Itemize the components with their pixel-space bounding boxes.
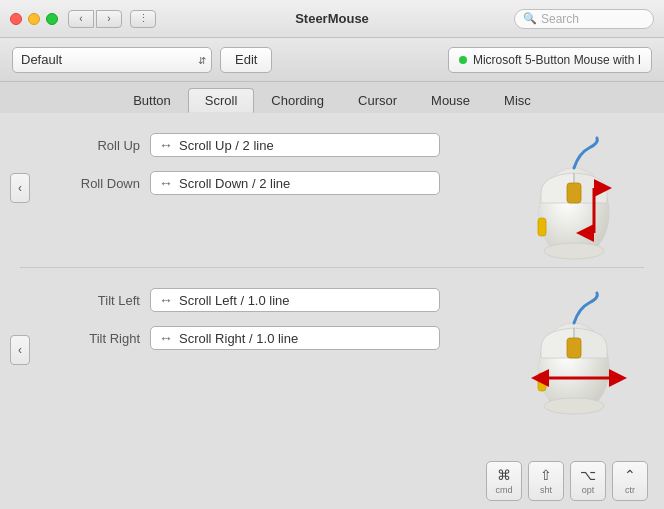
- roll-controls: Roll Up ↔ Scroll Up / 2 line Roll Down ↔…: [20, 133, 504, 263]
- tilt-right-field[interactable]: ↔ Scroll Right / 1.0 line: [150, 326, 440, 350]
- close-button[interactable]: [10, 13, 22, 25]
- cmd-label: cmd: [495, 485, 512, 495]
- search-bar[interactable]: 🔍: [514, 9, 654, 29]
- ctrl-label: ctr: [625, 485, 635, 495]
- tab-scroll[interactable]: Scroll: [188, 88, 255, 113]
- grid-button[interactable]: ⋮: [130, 10, 156, 28]
- tilt-controls: Tilt Left ↔ Scroll Left / 1.0 line Tilt …: [20, 288, 504, 418]
- move-icon-3: ↔: [159, 292, 173, 308]
- edit-button[interactable]: Edit: [220, 47, 272, 73]
- traffic-lights: [10, 13, 58, 25]
- tilt-section: ‹ Tilt Left ↔ Scroll Left / 1.0 line Til…: [0, 272, 664, 428]
- device-status-dot: [459, 56, 467, 64]
- svg-point-4: [544, 243, 604, 259]
- tilt-left-field[interactable]: ↔ Scroll Left / 1.0 line: [150, 288, 440, 312]
- svg-rect-5: [538, 218, 546, 236]
- shift-symbol: ⇧: [540, 467, 552, 483]
- tilt-left-value: Scroll Left / 1.0 line: [179, 293, 290, 308]
- back-button[interactable]: ‹: [68, 10, 94, 28]
- svg-rect-10: [567, 338, 581, 358]
- svg-point-11: [544, 398, 604, 414]
- ctrl-key[interactable]: ⌃ ctr: [612, 461, 648, 501]
- main-content: ‹ Roll Up ↔ Scroll Up / 2 line Roll Down…: [0, 113, 664, 509]
- tilt-right-value: Scroll Right / 1.0 line: [179, 331, 298, 346]
- forward-button[interactable]: ›: [96, 10, 122, 28]
- profile-select[interactable]: Default: [12, 47, 212, 73]
- mouse-image-bottom: [504, 288, 644, 418]
- tilt-left-row: Tilt Left ↔ Scroll Left / 1.0 line: [50, 288, 504, 312]
- roll-down-label: Roll Down: [50, 176, 140, 191]
- svg-rect-12: [538, 373, 546, 391]
- app-window: ‹ › ⋮ SteerMouse 🔍 Default ⇵ Edit Micros…: [0, 0, 664, 509]
- cmd-symbol: ⌘: [497, 467, 511, 483]
- mouse-svg-horizontal: [519, 288, 629, 418]
- roll-up-label: Roll Up: [50, 138, 140, 153]
- move-icon-2: ↔: [159, 175, 173, 191]
- mouse-svg-vertical: [519, 133, 629, 263]
- shift-label: sht: [540, 485, 552, 495]
- cmd-key[interactable]: ⌘ cmd: [486, 461, 522, 501]
- search-input[interactable]: [541, 12, 645, 26]
- ctrl-symbol: ⌃: [624, 467, 636, 483]
- move-icon: ↔: [159, 137, 173, 153]
- tilt-right-label: Tilt Right: [50, 331, 140, 346]
- toolbar: Default ⇵ Edit Microsoft 5-Button Mouse …: [0, 38, 664, 82]
- tilt-right-row: Tilt Right ↔ Scroll Right / 1.0 line: [50, 326, 504, 350]
- mouse-image-top: [504, 133, 644, 263]
- roll-up-field[interactable]: ↔ Scroll Up / 2 line: [150, 133, 440, 157]
- roll-up-value: Scroll Up / 2 line: [179, 138, 274, 153]
- roll-down-field[interactable]: ↔ Scroll Down / 2 line: [150, 171, 440, 195]
- tab-cursor[interactable]: Cursor: [341, 88, 414, 113]
- opt-symbol: ⌥: [580, 467, 596, 483]
- move-icon-4: ↔: [159, 330, 173, 346]
- shift-key[interactable]: ⇧ sht: [528, 461, 564, 501]
- device-name: Microsoft 5-Button Mouse with I: [473, 53, 641, 67]
- maximize-button[interactable]: [46, 13, 58, 25]
- tabs-row: Button Scroll Chording Cursor Mouse Misc: [0, 82, 664, 113]
- section-divider: [20, 267, 644, 268]
- scroll-left-arrow-top[interactable]: ‹: [10, 173, 30, 203]
- device-indicator: Microsoft 5-Button Mouse with I: [448, 47, 652, 73]
- tab-misc[interactable]: Misc: [487, 88, 548, 113]
- title-bar: ‹ › ⋮ SteerMouse 🔍: [0, 0, 664, 38]
- tab-button[interactable]: Button: [116, 88, 188, 113]
- roll-down-value: Scroll Down / 2 line: [179, 176, 290, 191]
- tab-mouse[interactable]: Mouse: [414, 88, 487, 113]
- search-icon: 🔍: [523, 12, 537, 25]
- profile-select-wrapper: Default ⇵: [12, 47, 212, 73]
- roll-up-row: Roll Up ↔ Scroll Up / 2 line: [50, 133, 504, 157]
- opt-label: opt: [582, 485, 595, 495]
- tab-chording[interactable]: Chording: [254, 88, 341, 113]
- minimize-button[interactable]: [28, 13, 40, 25]
- scroll-left-arrow-bottom[interactable]: ‹: [10, 335, 30, 365]
- opt-key[interactable]: ⌥ opt: [570, 461, 606, 501]
- tilt-left-label: Tilt Left: [50, 293, 140, 308]
- nav-buttons: ‹ ›: [68, 10, 122, 28]
- window-title: SteerMouse: [295, 11, 369, 26]
- roll-down-row: Roll Down ↔ Scroll Down / 2 line: [50, 171, 504, 195]
- roll-section: ‹ Roll Up ↔ Scroll Up / 2 line Roll Down…: [0, 113, 664, 263]
- svg-rect-3: [567, 183, 581, 203]
- modifier-bar: ⌘ cmd ⇧ sht ⌥ opt ⌃ ctr: [486, 461, 648, 501]
